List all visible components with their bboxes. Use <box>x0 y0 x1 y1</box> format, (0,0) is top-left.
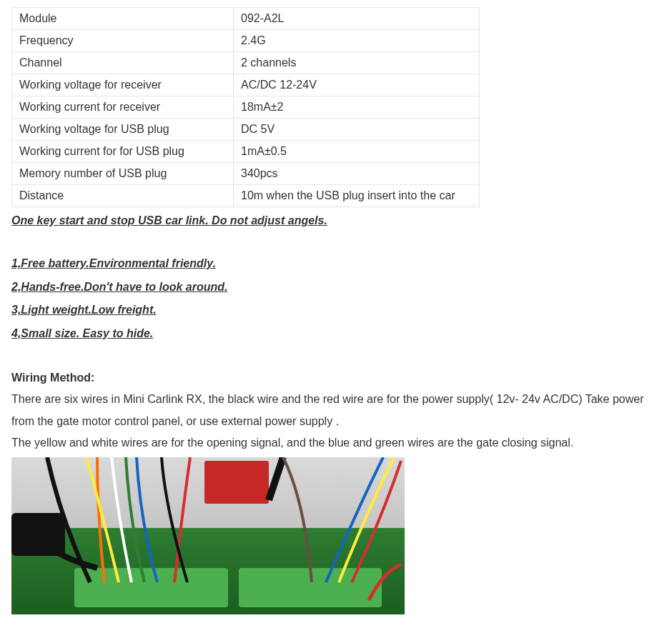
wiring-photo <box>11 457 405 614</box>
tagline: One key start and stop USB car link. Do … <box>11 210 661 231</box>
table-row: Working current for for USB plug 1mA±0.5 <box>12 141 480 163</box>
spec-label: Working voltage for receiver <box>12 74 234 96</box>
spec-value: DC 5V <box>234 119 480 141</box>
spec-value: 18mA±2 <box>234 96 480 119</box>
spec-value: 2 channels <box>234 52 480 74</box>
spec-value: 10m when the USB plug insert into the ca… <box>234 185 480 207</box>
spec-label: Channel <box>12 52 234 74</box>
table-row: Working voltage for receiver AC/DC 12-24… <box>12 74 480 96</box>
feature-item: 4,Small size. Easy to hide. <box>11 323 661 344</box>
spec-label: Module <box>12 8 234 30</box>
spec-label: Frequency <box>12 30 234 52</box>
table-row: Memory number of USB plug 340pcs <box>12 163 480 185</box>
spec-label: Working voltage for USB plug <box>12 119 234 141</box>
table-row: Module 092-A2L <box>12 8 480 30</box>
wiring-text: There are six wires in Mini Carlink RX, … <box>11 389 661 432</box>
table-row: Channel 2 channels <box>12 52 480 74</box>
spec-value: 1mA±0.5 <box>234 141 480 163</box>
wiring-text: The yellow and white wires are for the o… <box>11 432 661 454</box>
wiring-title: Wiring Method: <box>11 367 661 389</box>
table-row: Distance 10m when the USB plug insert in… <box>12 185 480 207</box>
table-row: Working voltage for USB plug DC 5V <box>12 119 480 141</box>
spec-value: 2.4G <box>234 30 480 52</box>
spec-value: 340pcs <box>234 163 480 185</box>
spec-table: Module 092-A2L Frequency 2.4G Channel 2 … <box>11 7 480 207</box>
feature-item: 2,Hands-free.Don't have to look around. <box>11 276 661 298</box>
spec-label: Working current for for USB plug <box>12 141 234 163</box>
spec-label: Distance <box>12 185 234 207</box>
spec-label: Memory number of USB plug <box>12 163 234 185</box>
feature-item: 3,Light weight.Low freight. <box>11 299 661 321</box>
spec-label: Working current for receiver <box>12 96 234 119</box>
spec-value: AC/DC 12-24V <box>234 74 480 96</box>
spec-value: 092-A2L <box>234 8 480 30</box>
feature-item: 1,Free battery.Environmental friendly. <box>11 253 661 274</box>
table-row: Frequency 2.4G <box>12 30 480 52</box>
table-row: Working current for receiver 18mA±2 <box>12 96 480 119</box>
